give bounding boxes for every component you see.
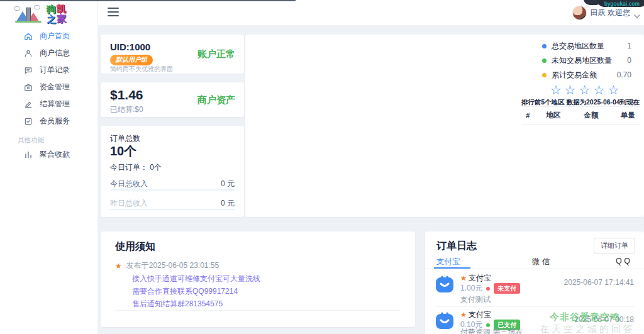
order-desc: 支付测试 (460, 294, 491, 305)
star-icon: ★ (460, 274, 467, 282)
tab-alipay[interactable]: 支付宝 (436, 257, 460, 267)
status-dot (486, 287, 490, 291)
notice-body: 接入快手通道可维修支付宝可大量洗线 需要合作直接联系QQ99917214 售后通… (132, 272, 260, 310)
sidebar-item-settlement[interactable]: 结算管理 (0, 96, 97, 113)
legend-total-amount: 累计交易金额 0.70 (542, 70, 631, 80)
order-channel: 支付宝 (469, 309, 491, 320)
sidebar-item-label: 订单记录 (40, 65, 70, 75)
region-map-panel: 总交易地区数量 1 未知交易地区数量 0 累计交易金额 0.70 ☆☆☆☆☆ 排… (245, 35, 644, 217)
sidebar-item-label: 商户首页 (40, 31, 70, 42)
orange-dot-icon (542, 73, 547, 77)
sidebar-item-label: 资金管理 (40, 82, 70, 92)
home-icon (24, 32, 33, 41)
published-date: 发布于2025-06-05 23:01:55 (126, 260, 219, 271)
order-log-panel: 订单日志 详细订单 支付宝 微 信 Q Q ★ 支付宝 1.00元 未支付 20… (425, 231, 644, 334)
order-row[interactable]: ★ 支付宝 (460, 309, 491, 320)
app-logo[interactable]: 狗凯之家 (15, 4, 84, 25)
account-desc: 简约而不失优雅的界面 (110, 65, 173, 74)
notice-title: 使用须知 (115, 240, 155, 253)
uid-text: UID:1000 (110, 42, 150, 52)
watermark-top: bygoukai.com (597, 0, 644, 7)
usage-notice-panel: 使用须知 ★ 发布于2025-06-05 23:01:55 接入快手通道可维修支… (101, 231, 415, 327)
today-income-value: 0 元 (221, 179, 235, 189)
order-row[interactable]: ★ 支付宝 (460, 273, 491, 284)
settled-amount: 已结算:$0 (110, 104, 143, 115)
aggregate-icon (24, 150, 33, 159)
legend-unknown-regions: 未知交易地区数量 0 (542, 55, 631, 65)
order-amount-row: 1.00元 未支付 (460, 283, 520, 294)
assets-label: 商户资产 (197, 94, 235, 106)
tab-qq[interactable]: Q Q (616, 257, 630, 265)
status-badge: 未支付 (494, 283, 520, 294)
detail-order-button[interactable]: 详细订单 (594, 238, 635, 253)
sidebar-item-order-records[interactable]: 订单记录 (0, 62, 97, 79)
today-income-row: 今日总收入 0 元 (110, 179, 235, 189)
star-icon: ★ (115, 262, 122, 270)
sidebar-item-funds[interactable]: 资金管理 (0, 79, 97, 96)
legend-total-regions: 总交易地区数量 1 (542, 41, 631, 51)
region-table-header: # 地区 金额 单量 (522, 106, 640, 125)
alipay-bag-icon (435, 275, 454, 294)
green-dot-icon (542, 58, 547, 63)
region-rank-caption: 排行前5个地区 数据为2025-06-04到现在 (519, 98, 641, 107)
notice-line: 接入快手通道可维修支付宝可大量洗线 (132, 272, 260, 285)
star-icon[interactable]: ☆ (608, 83, 622, 97)
account-card: UID:1000 默认用户组 简约而不失优雅的界面 账户正常 (101, 35, 244, 74)
chevron-down-icon (634, 9, 640, 16)
order-channel: 支付宝 (469, 273, 491, 284)
sidebar-nav: 商户首页 商户信息 订单记录 资金管理 结算管理 会员服务 其他 (0, 28, 97, 163)
tab-wechat[interactable]: 微 信 (532, 257, 550, 267)
topbar: 田跃 欢迎您 bygoukai.com (97, 0, 644, 26)
yesterday-income-label: 昨日总收入 (110, 198, 148, 209)
sidebar-item-membership[interactable]: 会员服务 (0, 113, 97, 130)
order-total-count: 10个 (110, 143, 136, 160)
hamburger-menu-icon[interactable] (108, 8, 119, 18)
sidebar-item-merchant-home[interactable]: 商户首页 (0, 28, 97, 45)
divider (435, 306, 634, 307)
divider (425, 269, 644, 269)
sidebar-item-aggregate-collect[interactable]: 聚合收款 (0, 146, 97, 163)
alipay-bag-icon (435, 311, 454, 330)
logo-graphic (15, 6, 43, 23)
order-desc: 付费资源 需三博衣 (460, 327, 523, 334)
sidebar-item-label: 会员服务 (40, 116, 70, 126)
order-log-title: 订单日志 (436, 240, 477, 253)
order-time: 2025-06-07 17:14:41 (564, 278, 634, 287)
avatar (572, 6, 587, 20)
notice-line: 售后通知结算群281354575 (132, 298, 260, 310)
username: 田跃 欢迎您 (591, 8, 630, 18)
col-index: # (522, 112, 542, 120)
sidebar-item-merchant-info[interactable]: 商户信息 (0, 45, 97, 62)
assets-card: $1.46 已结算:$0 商户资产 (101, 82, 244, 117)
col-count: 单量 (617, 111, 640, 120)
star-icon[interactable]: ☆ (593, 83, 608, 97)
today-income-label: 今日总收入 (110, 179, 148, 189)
sidebar-item-label: 聚合收款 (40, 149, 70, 160)
status-dot (486, 323, 490, 327)
income-progress-bar (110, 209, 235, 210)
star-icon[interactable]: ☆ (565, 83, 579, 97)
account-status: 账户正常 (197, 48, 235, 60)
order-icon (24, 66, 33, 75)
app-root: 狗凯之家 商户首页 商户信息 订单记录 资金管理 结算管理 (0, 0, 644, 334)
star-icon[interactable]: ☆ (550, 83, 565, 97)
income-progress-bar (110, 189, 235, 191)
sidebar-item-label: 商户信息 (40, 48, 70, 58)
notice-published-row: ★ 发布于2025-06-05 23:01:55 (115, 260, 219, 271)
order-total-card: 订单总数 10个 今日订单： 0个 今日总收入 0 元 昨日总收入 0 元 (101, 126, 244, 217)
col-region: 地区 (542, 111, 580, 120)
member-icon (24, 117, 33, 126)
today-orders: 今日订单： 0个 (110, 162, 162, 173)
star-icon[interactable]: ☆ (579, 83, 594, 97)
user-icon (24, 49, 33, 58)
asset-amount: $1.46 (110, 87, 143, 103)
order-time: 2025-06-07 00:18 (574, 315, 634, 324)
user-group-badge: 默认用户组 (110, 55, 153, 65)
settle-icon (24, 100, 33, 109)
sidebar: 狗凯之家 商户首页 商户信息 订单记录 资金管理 结算管理 (0, 0, 98, 334)
top-edge-artifact (0, 0, 296, 1)
yesterday-income-row: 昨日总收入 0 元 (110, 198, 235, 209)
rating-stars[interactable]: ☆☆☆☆☆ (536, 82, 636, 97)
order-amount: 1.00元 (460, 283, 482, 294)
blue-dot-icon (542, 44, 547, 48)
